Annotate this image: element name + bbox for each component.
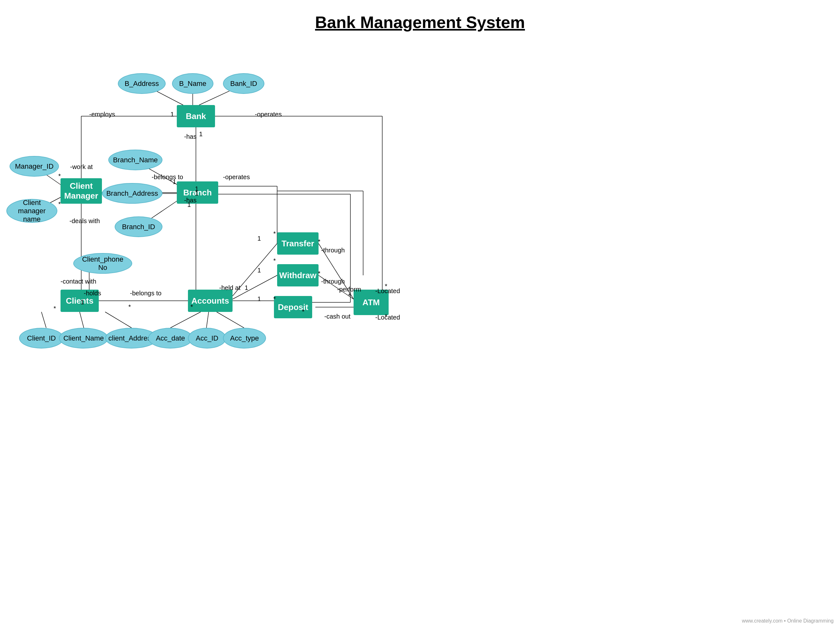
- label-belongs-to: -belongs to: [152, 173, 183, 181]
- label-star-transfer-left: *: [273, 230, 276, 238]
- label-holds: -holds: [84, 290, 101, 297]
- svg-line-26: [41, 312, 46, 328]
- label-operates-bank: -operates: [255, 111, 282, 118]
- attr-acc-date: Acc_date: [148, 328, 193, 348]
- label-deals-with: -deals with: [69, 217, 100, 225]
- label-1-withdraw: 1: [257, 267, 261, 274]
- label-1-deposit: 1: [257, 295, 261, 302]
- label-located-bottom: -Located: [375, 314, 400, 321]
- diagram-container: Bank Branch ClientManager Clients Accoun…: [0, 41, 840, 627]
- label-star-clients: *: [54, 305, 56, 312]
- label-1-branch-has: 1: [187, 201, 191, 208]
- svg-line-32: [216, 312, 244, 328]
- attr-bank-id: Bank_ID: [223, 73, 264, 94]
- svg-line-28: [105, 312, 131, 328]
- label-star-withdraw-right: *: [318, 270, 321, 277]
- label-1-bank-branch: 1: [199, 131, 202, 138]
- label-1-transfer: 1: [257, 235, 261, 242]
- label-has-bank: -has: [184, 133, 197, 140]
- label-1-holds: 1: [81, 299, 84, 306]
- watermark: www.creately.com • Online Diagramming: [742, 618, 834, 624]
- entity-deposit: Deposit: [274, 296, 312, 318]
- label-operates-branch: -operates: [223, 173, 250, 181]
- label-star-withdraw-left: *: [273, 257, 276, 265]
- attr-branch-name: Branch_Name: [108, 150, 163, 170]
- label-located-top: -Located: [375, 287, 400, 295]
- label-star-acc-right: *: [191, 303, 193, 310]
- label-star-deposit-left: *: [273, 295, 276, 302]
- attr-b-address: B_Address: [118, 73, 166, 94]
- label-star-atm-top: *: [348, 292, 351, 299]
- attr-client-name: Client_Name: [59, 328, 108, 348]
- attr-acc-type: Acc_type: [223, 328, 266, 348]
- attr-manager-id: Manager_ID: [9, 156, 59, 176]
- label-star-transfer-right: *: [318, 238, 321, 246]
- attr-b-name: B_Name: [172, 73, 213, 94]
- entity-transfer: Transfer: [277, 232, 319, 255]
- label-star-manager-bottom: *: [58, 200, 61, 208]
- label-1-belongs: 1: [173, 178, 176, 186]
- label-through-withdraw: -through: [321, 278, 345, 285]
- label-1-branch-2: 1: [195, 190, 199, 197]
- label-through-transfer: -through: [321, 247, 345, 254]
- page-title: Bank Management System: [0, 0, 840, 32]
- attr-client-manager-name: Client managername: [6, 199, 57, 223]
- svg-line-30: [171, 312, 201, 328]
- entity-accounts: Accounts: [188, 290, 232, 312]
- label-star-acc-left: *: [128, 303, 131, 310]
- label-1-employs: 1: [171, 111, 174, 118]
- label-contact-with: -contact with: [60, 278, 96, 285]
- label-held-at: -held at: [219, 284, 240, 291]
- svg-line-31: [207, 312, 208, 328]
- entity-withdraw: Withdraw: [277, 264, 319, 287]
- label-star-deposit-right: *: [302, 308, 305, 315]
- entity-client-manager: ClientManager: [60, 178, 102, 204]
- label-work-at: -work at: [70, 163, 93, 170]
- label-1-held: 1: [245, 284, 248, 291]
- label-belongs-to-acc: -belongs to: [130, 290, 161, 297]
- entity-bank: Bank: [177, 105, 215, 127]
- label-star-manager-top: *: [58, 173, 61, 180]
- attr-client-id: Client_ID: [19, 328, 64, 348]
- attr-acc-id: Acc_ID: [188, 328, 226, 348]
- attr-client-phone-no: Client_phone No: [73, 253, 132, 274]
- label-employs: -employs: [89, 111, 115, 118]
- label-cash-out: -cash out: [324, 313, 351, 320]
- attr-branch-id: Branch_ID: [115, 216, 163, 237]
- svg-line-27: [80, 312, 84, 328]
- attr-branch-address: Branch_Address: [102, 183, 163, 204]
